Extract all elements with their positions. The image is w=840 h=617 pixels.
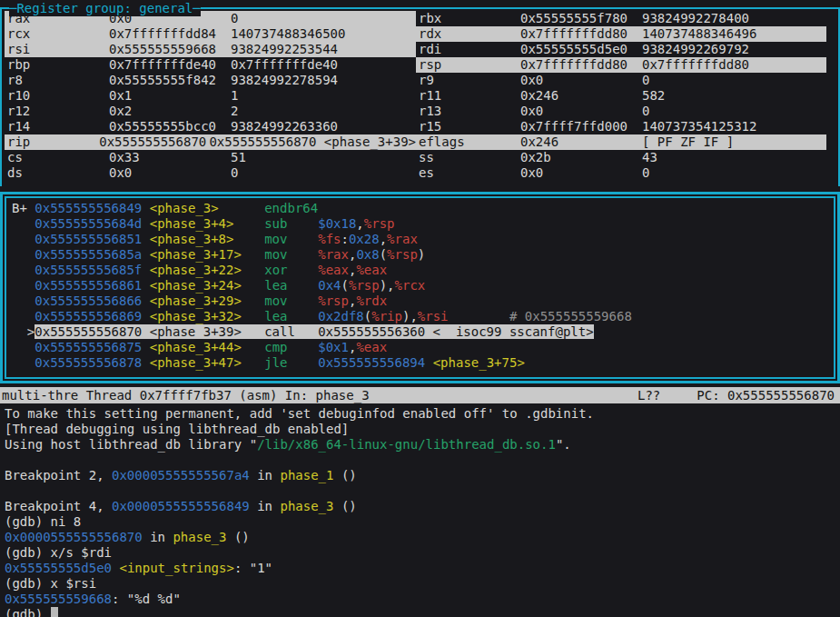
register-row: r100x11r110x246582 — [5, 88, 838, 104]
register-r10: r100x11 — [5, 88, 416, 104]
register-hex-value: 0x33 — [109, 150, 231, 165]
text-segment — [219, 201, 265, 215]
register-rdi: rdi0x55555555d5e093824992269792 — [416, 42, 826, 57]
register-rbx: rbx0x55555555f78093824992278400 — [416, 11, 826, 26]
asm-symbol: <phase_3> — [150, 201, 219, 215]
library-path: /lib/x86_64-linux-gnu/libthread_db.so.1 — [257, 437, 556, 452]
register-hex-value: 0x0 — [520, 73, 642, 88]
register-decoded-value: 0x7fffffffde40 — [231, 57, 416, 73]
register-hex-value: 0x55555555bcc0 — [109, 119, 231, 134]
asm-mnemonic: mov — [264, 232, 287, 246]
asm-register: %rax — [318, 247, 349, 262]
asm-mnemonic: jle — [264, 355, 287, 370]
text-segment — [288, 294, 319, 308]
asm-register: %rcx — [395, 278, 426, 293]
asm-symbol: <phase_3+44> — [150, 340, 242, 354]
gdb-command-line: (gdb) ni 8 — [5, 514, 840, 530]
register-hex-value: 0x555555556870 — [99, 134, 209, 150]
breakpoint-address: 0x00005555555567a4 — [112, 468, 250, 483]
examine-result: 0x555555559668: "%d %d" — [5, 592, 840, 607]
asm-lines: B+ 0x555555556849 <phase_3> endbr64 0x55… — [6, 198, 834, 377]
asm-line: 0x555555556878 <phase_3+47> jle 0x555555… — [12, 355, 834, 371]
register-hex-value: 0x0 — [520, 165, 642, 181]
text-segment: [Thread debugging using libthread_db ena… — [5, 422, 349, 436]
text-segment — [142, 247, 149, 262]
register-r13: r130x00 — [416, 104, 826, 119]
register-r11: r110x246582 — [416, 88, 826, 104]
asm-immediate: 0x28 — [349, 232, 380, 246]
text-segment — [142, 278, 149, 293]
assembly-window-frame-gap: B+ 0x555555556849 <phase_3> endbr64 0x55… — [3, 194, 837, 381]
register-hex-value: 0x2b — [520, 150, 642, 165]
register-name: rbx — [419, 11, 520, 26]
assembly-window[interactable]: B+ 0x555555556849 <phase_3> endbr64 0x55… — [0, 192, 840, 383]
breakpoint-address: 0x0000555555556849 — [112, 499, 250, 513]
stop-location-message: 0x0000555555556870 in phase_3 () — [5, 530, 840, 545]
text-segment: , — [356, 216, 363, 231]
register-row: cs0x3351ss0x2b43 — [5, 150, 838, 165]
register-hex-value: 0x246 — [520, 88, 642, 104]
console-output[interactable]: To make this setting permanent, add 'set… — [0, 403, 840, 617]
text-segment: Breakpoint 4, — [5, 499, 112, 513]
text-segment — [12, 278, 35, 293]
asm-symbol: <phase_3+22> — [150, 263, 242, 277]
register-hex-value: 0x7ffff7ffd000 — [520, 119, 642, 134]
asm-symbol: <phase_3+24> — [150, 278, 242, 293]
register-name: ds — [7, 165, 109, 181]
asm-immediate: $0x1 — [318, 340, 349, 354]
text-segment: () — [226, 530, 249, 544]
register-eflags: eflags0x246[ PF ZF IF ] — [416, 134, 826, 150]
stop-address: 0x0000555555556870 — [5, 530, 143, 544]
text-segment — [12, 340, 35, 354]
text-segment: () — [333, 468, 356, 483]
register-decoded-value: 0 — [642, 165, 826, 181]
register-decoded-value: 0 — [231, 165, 416, 181]
text-segment — [142, 263, 149, 277]
asm-line: 0x555555556875 <phase_3+44> cmp $0x1,%ea… — [12, 340, 834, 355]
text-segment — [288, 309, 319, 323]
asm-register: %eax — [318, 263, 349, 277]
register-hex-value: 0x2 — [109, 104, 231, 119]
register-row: ds0x00es0x00 — [5, 165, 838, 181]
asm-line-current: >0x555555556870 <phase_3+39> call 0x5555… — [12, 324, 834, 340]
register-decoded-value: 0 — [642, 73, 826, 88]
register-hex-value: 0x0 — [109, 165, 231, 181]
asm-register: %eax — [356, 340, 387, 354]
register-name: rdi — [419, 42, 520, 57]
register-name: eflags — [419, 134, 520, 150]
register-rip: rip0x5555555568700x555555556870 <phase_3… — [5, 134, 416, 150]
register-name: r14 — [7, 119, 109, 134]
gdb-prompt-line[interactable]: (gdb) — [5, 607, 840, 617]
register-name: r9 — [419, 73, 520, 88]
asm-mnemonic: xor — [264, 263, 287, 277]
register-r9: r90x00 — [416, 73, 826, 88]
register-r14: r140x55555555bcc093824992263360 — [5, 119, 416, 134]
asm-address: 0x555555556866 — [35, 294, 142, 308]
text-segment — [142, 294, 149, 308]
text-segment: Using host libthread_db library " — [5, 437, 257, 452]
register-hex-value: 0x55555555f780 — [520, 11, 642, 26]
register-decoded-value: 0x555555556870 <phase_3+39> — [209, 134, 416, 150]
register-decoded-value: 43 — [642, 150, 826, 165]
memory-value: : "%d %d" — [112, 592, 181, 606]
register-name: r10 — [7, 88, 109, 104]
register-name: r13 — [419, 104, 520, 119]
register-name: rdx — [419, 26, 520, 42]
register-decoded-value: 51 — [231, 150, 416, 165]
text-segment — [288, 247, 319, 262]
asm-immediate: 0x4 — [318, 278, 341, 293]
register-name: rsp — [419, 57, 520, 73]
gdb-prompt: (gdb) — [5, 607, 51, 617]
asm-address: 0x55555555685f — [35, 263, 142, 277]
text-segment: in — [250, 499, 281, 513]
text-segment: ". — [556, 437, 571, 452]
terminal-cursor — [51, 607, 58, 617]
asm-address: 0x555555556878 — [35, 355, 142, 370]
text-segment: , — [380, 232, 387, 246]
asm-line: 0x555555556866 <phase_3+29> mov %rsp,%rd… — [12, 294, 834, 309]
asm-register: %eax — [356, 263, 387, 277]
asm-address: 0x555555556861 — [35, 278, 142, 293]
register-decoded-value: 140737354125312 — [642, 119, 826, 134]
text-segment — [242, 355, 264, 370]
function-name: phase_1 — [280, 468, 333, 483]
